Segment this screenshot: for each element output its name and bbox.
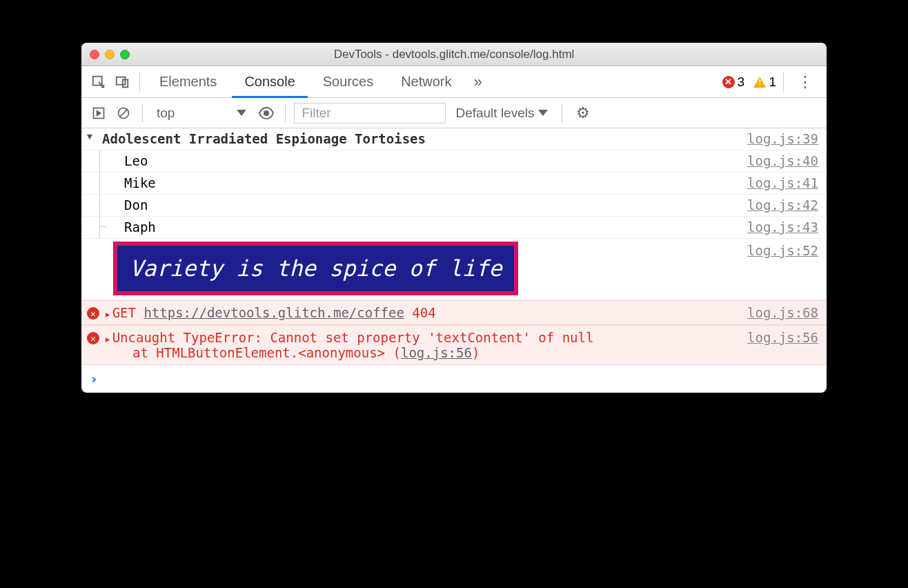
console-input[interactable] (103, 371, 818, 386)
zoom-window-button[interactable] (120, 50, 130, 59)
http-status: 404 (412, 305, 435, 320)
source-link[interactable]: log.js:52 (747, 239, 818, 258)
stack-prefix: at HTMLButtonElement.<anonymous> ( (132, 345, 401, 360)
status-counts[interactable]: ✕ 3 1 (722, 75, 776, 90)
console-log-row: Leo log.js:40 (81, 150, 827, 173)
log-text: Mike (119, 175, 747, 190)
source-link[interactable]: log.js:43 (747, 219, 818, 235)
inspect-element-icon[interactable] (88, 72, 109, 92)
console-styled-row: Variety is the spice of life log.js:52 (81, 239, 827, 300)
console-toolbar: top Default levels ⚙ (81, 98, 827, 128)
chevron-down-icon (538, 110, 548, 116)
tab-sources[interactable]: Sources (310, 66, 386, 98)
tab-network[interactable]: Network (388, 66, 464, 98)
console-body: ▼ Adolescent Irradiated Espionage Tortoi… (81, 128, 827, 393)
prompt-chevron-icon: › (90, 371, 98, 387)
divider (285, 104, 286, 123)
disclosure-triangle-icon[interactable]: ▼ (87, 131, 97, 141)
chevron-down-icon (237, 110, 246, 116)
divider (562, 104, 562, 123)
levels-label: Default levels (455, 106, 534, 121)
error-count: 3 (738, 75, 745, 90)
svg-line-5 (119, 109, 128, 117)
stack-suffix: ) (472, 345, 480, 360)
context-label: top (157, 106, 175, 121)
console-log-row: Raph log.js:43 (81, 217, 827, 239)
warning-icon (753, 77, 766, 88)
error-icon: ✕ (87, 307, 99, 320)
more-tabs-icon[interactable]: » (467, 73, 489, 91)
console-log-row: Mike log.js:41 (81, 173, 827, 195)
source-link[interactable]: log.js:68 (747, 305, 818, 320)
source-link[interactable]: log.js:39 (747, 131, 818, 146)
group-title: Adolescent Irradiated Espionage Tortoise… (97, 131, 747, 146)
tab-console[interactable]: Console (232, 66, 307, 98)
source-link[interactable]: log.js:41 (747, 175, 818, 190)
minimize-window-button[interactable] (105, 50, 115, 59)
source-link[interactable]: log.js:40 (747, 153, 818, 168)
console-prompt[interactable]: › (81, 365, 827, 393)
live-expression-icon[interactable] (256, 103, 277, 124)
execution-context-select[interactable]: top (151, 104, 252, 122)
console-group-header[interactable]: ▼ Adolescent Irradiated Espionage Tortoi… (81, 128, 827, 150)
stack-link[interactable]: log.js:56 (401, 345, 472, 360)
console-error-row: ✕ ▼Uncaught TypeError: Cannot set proper… (81, 325, 827, 365)
svg-rect-1 (117, 77, 126, 84)
close-window-button[interactable] (90, 50, 99, 59)
divider (142, 104, 143, 123)
divider (139, 72, 140, 92)
traffic-lights (90, 50, 130, 59)
error-icon: ✕ (87, 332, 99, 344)
error-url[interactable]: https://devtools.glitch.me/coffee (144, 305, 404, 320)
source-link[interactable]: log.js:56 (747, 330, 818, 345)
svg-point-6 (264, 111, 268, 115)
console-log-row: Don log.js:42 (81, 195, 827, 217)
device-toolbar-icon[interactable] (112, 72, 132, 92)
toggle-drawer-icon[interactable] (88, 103, 109, 124)
error-icon: ✕ (722, 76, 735, 88)
warning-count: 1 (769, 75, 776, 90)
tabs-row: Elements Console Sources Network » ✕ 3 1… (81, 66, 827, 98)
tab-elements[interactable]: Elements (147, 66, 229, 98)
log-text: Leo (119, 153, 747, 168)
titlebar: DevTools - devtools.glitch.me/console/lo… (81, 43, 827, 66)
source-link[interactable]: log.js:42 (747, 197, 818, 213)
disclosure-triangle-icon[interactable]: ▼ (103, 337, 112, 342)
devtools-window: DevTools - devtools.glitch.me/console/lo… (81, 43, 827, 393)
log-text: Raph (119, 219, 747, 235)
error-message: Uncaught TypeError: Cannot set property … (112, 330, 594, 345)
console-error-row: ✕ ▼GET https://devtools.glitch.me/coffee… (81, 300, 827, 325)
divider (783, 72, 784, 92)
log-levels-select[interactable]: Default levels (450, 106, 553, 121)
settings-menu-icon[interactable]: ⋮ (791, 73, 820, 91)
filter-input[interactable] (294, 103, 446, 124)
window-title: DevTools - devtools.glitch.me/console/lo… (81, 48, 827, 61)
styled-log-text: Variety is the spice of life (113, 242, 518, 295)
log-text: Don (119, 197, 747, 213)
console-settings-icon[interactable]: ⚙ (571, 104, 595, 122)
clear-console-icon[interactable] (113, 103, 134, 124)
http-method: GET (112, 305, 136, 320)
disclosure-triangle-icon[interactable]: ▼ (103, 313, 112, 317)
